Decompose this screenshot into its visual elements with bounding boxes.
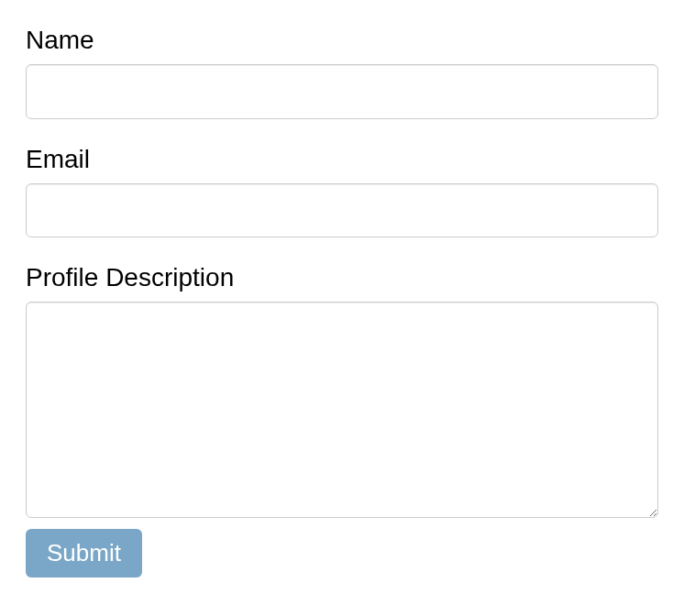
submit-button[interactable]: Submit <box>26 529 142 578</box>
name-input[interactable] <box>26 64 658 119</box>
profile-form: Name Email Profile Description Submit <box>26 26 658 578</box>
email-label: Email <box>26 145 658 174</box>
profile-description-label: Profile Description <box>26 263 658 292</box>
name-form-group: Name <box>26 26 658 119</box>
profile-description-textarea[interactable] <box>26 302 658 518</box>
email-form-group: Email <box>26 145 658 238</box>
email-input[interactable] <box>26 183 658 238</box>
profile-description-form-group: Profile Description <box>26 263 658 518</box>
name-label: Name <box>26 26 658 55</box>
